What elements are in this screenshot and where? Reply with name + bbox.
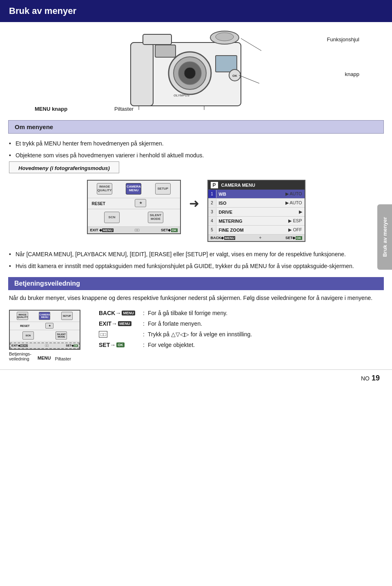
sm-icons-row1: IMAGEQUALITY CAMERAMENU SETUP [10, 311, 80, 322]
left-menu-row2: RESET ★ [88, 198, 180, 209]
row-num-4: 4 [208, 217, 216, 225]
menu-icon-scn: SCN [104, 212, 120, 224]
left-menu: IMAGEQUALITY CAMERAMENU SETUP RESET ★ SC… [87, 180, 181, 234]
bottom-menu-image: IMAGEQUALITY CAMERAMENU SETUP RESET ★ SC… [9, 310, 91, 361]
sm-icon-scn: SCN [22, 331, 34, 340]
set-label: SET◆OK [161, 228, 178, 232]
instr-key-arrows: □□ [99, 331, 140, 338]
sidebar-label: Bruk av menyer [382, 217, 388, 257]
menu-icon-setup: SETUP [155, 183, 171, 195]
sm-icon-silent: SILENTMODE [56, 331, 67, 340]
reset-label: RESET [92, 201, 105, 206]
instr-row-set: SET→OK : For velge objektet. [99, 342, 383, 348]
menu-item-row-3: 3 DRIVE ▶ [208, 208, 305, 217]
svg-point-9 [184, 67, 196, 79]
om-text2: Objektene som vises på hovedmenyen varie… [0, 150, 392, 161]
mode-label: P [211, 182, 218, 188]
betj-intro: Når du bruker menyer, vises knappene og … [0, 290, 392, 306]
sm-icon-camera: CAMERAMENU [39, 312, 50, 320]
bottom-menu-text: MENU [38, 356, 51, 361]
right-menu: P CAMERA MENU 1 WB ▶ AUTO 2 ISO ▶ AUTO 3… [207, 180, 305, 242]
camera-menu-title: CAMERA MENU [221, 183, 255, 188]
menu-item-row-4: 4 METERING ▶ ESP [208, 217, 305, 226]
row-num-5: 5 [208, 226, 216, 234]
svg-point-4 [216, 33, 234, 41]
sidebar-bruk-av-menyer: Bruk av menyer [377, 204, 392, 270]
set-label-r: SET◆OK [285, 236, 302, 240]
row-num-2: 2 [208, 199, 216, 207]
sm-icon-image: IMAGEQUALITY [17, 312, 28, 320]
menu-item-row-2: 2 ISO ▶ AUTO [208, 199, 305, 208]
menu-knapp-label: MENU knapp [35, 106, 67, 112]
menu-icon-camera-menu: CAMERAMENU [126, 183, 141, 195]
instr-key-exit: EXIT→MENU [99, 320, 140, 327]
instr-desc-set: For velge objektet. [148, 342, 383, 348]
sm-reset: RESET [20, 324, 29, 327]
row-val-drive: ▶ [296, 208, 305, 216]
menu-icon-star: ★ [135, 199, 146, 208]
row-val-iso: ▶ AUTO [283, 199, 305, 207]
sm-exit: EXIT◆MENU [11, 344, 28, 347]
left-menu-icons-row: IMAGEQUALITY CAMERAMENU SETUP [88, 181, 180, 198]
svg-rect-2 [143, 34, 172, 45]
bullet-item-2: Hvis ditt kamera er innstilt med opptaks… [0, 260, 392, 272]
left-menu-icons-row2: SCN SILENTMODE [88, 209, 180, 227]
menus-area: IMAGEQUALITY CAMERAMENU SETUP RESET ★ SC… [0, 176, 392, 246]
betjenings-veiledning-label: Betjenings-veiledning [9, 351, 33, 361]
sm-icon-setup: SETUP [61, 312, 73, 320]
mid-label-r: ÷ [259, 236, 261, 240]
row-val-metering: ▶ ESP [286, 217, 304, 225]
menu-caption: Hovedmeny (i fotograferingsmodus) [9, 161, 119, 173]
om-text1: Et trykk på MENU henter frem hovedmenyen… [0, 138, 392, 150]
instr-key-set: SET→OK [99, 342, 140, 348]
sm-set: SET◆OK [66, 344, 78, 347]
page-header: Bruk av menyer [0, 0, 392, 22]
menu-icon-silent: SILENTMODE [148, 212, 163, 224]
row-val-auto: ▶ AUTO [283, 190, 305, 198]
row-num-1: 1 [208, 190, 216, 198]
bottom-section: IMAGEQUALITY CAMERAMENU SETUP RESET ★ SC… [0, 306, 392, 365]
sm-icon-star: ★ [45, 323, 53, 329]
row-val-finezoom: ▶ OFF [286, 226, 304, 234]
mid-label: □□ [135, 228, 139, 232]
sm-row2: RESET ★ [10, 322, 80, 330]
back-label: BACK◆MENU [211, 236, 236, 240]
bullet-item-1: Når [CAMERA MENU], [PLAYBACK MENU], [EDI… [0, 246, 392, 260]
svg-text:OK: OK [232, 74, 237, 78]
svg-line-14 [241, 38, 261, 51]
instr-desc-exit: For å forlate menyen. [148, 320, 383, 327]
arrow-between-menus: ➜ [189, 196, 199, 210]
instr-key-back: BACK→MENU [99, 310, 140, 316]
sm-mid: □□ [45, 344, 49, 347]
instr-desc-arrows: Trykk på △▽◁▷ for å velge en innstilling… [148, 331, 383, 338]
menu-icon-image-quality: IMAGEQUALITY [97, 183, 112, 195]
row-num-3: 3 [208, 208, 216, 216]
camera-diagram: OLYMPUS OK [114, 30, 286, 116]
row-name-wb: WB [216, 190, 283, 198]
page-number: 19 [372, 374, 380, 382]
row-name-metering: METERING [216, 217, 286, 225]
sm-icons-row2: SCN SILENTMODE [10, 330, 80, 342]
betj-bottom-labels: Betjenings-veiledning MENU Piltaster [9, 351, 91, 361]
funksjonshjul-label: Funksjonshjul [327, 36, 360, 42]
left-menu-bottom-bar: EXIT ◆MENU □□ SET◆OK [88, 227, 180, 233]
bottom-instructions: BACK→MENU : For å gå tilbake til forrige… [99, 310, 383, 352]
page-title: Bruk av menyer [9, 6, 76, 16]
camera-section: OLYMPUS OK Funksjonshjul knapp MENU knap… [0, 22, 392, 116]
menu-item-row-5: 5 FINE ZOOM ▶ OFF [208, 226, 305, 235]
no-label: NO [361, 375, 370, 382]
right-menu-header: P CAMERA MENU [208, 181, 305, 190]
row-name-iso: ISO [216, 199, 283, 207]
instr-row-back: BACK→MENU : For å gå tilbake til forrige… [99, 310, 383, 316]
menu-item-row-1: 1 WB ▶ AUTO [208, 190, 305, 199]
svg-rect-5 [155, 45, 176, 57]
row-name-finezoom: FINE ZOOM [216, 226, 286, 234]
svg-text:OLYMPUS: OLYMPUS [174, 94, 190, 97]
svg-line-15 [239, 75, 259, 83]
small-menu: IMAGEQUALITY CAMERAMENU SETUP RESET ★ SC… [9, 310, 80, 350]
page-bottom: NO 19 [0, 369, 392, 387]
sm-bottom-bar: EXIT◆MENU □□ SET◆OK [10, 342, 80, 349]
instr-row-exit: EXIT→MENU : For å forlate menyen. [99, 320, 383, 327]
right-menu-bottom-bar: BACK◆MENU ÷ SET◆OK [208, 235, 305, 241]
svg-rect-1 [131, 42, 153, 106]
